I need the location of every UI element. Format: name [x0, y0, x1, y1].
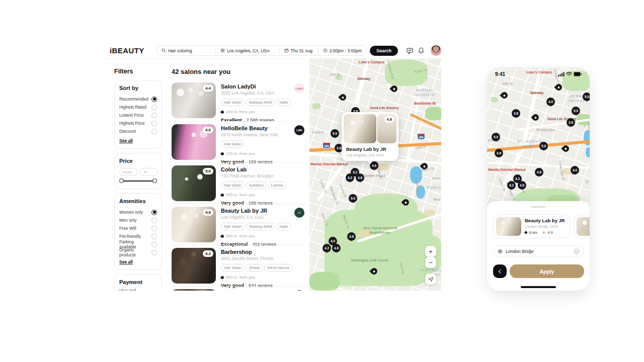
service-tag[interactable]: Lashes — [268, 182, 286, 189]
filter-option-highest-rated[interactable]: Highest Rated — [119, 103, 157, 111]
map-pin-rated[interactable]: 4.6 — [518, 181, 526, 190]
filter-option-recommended[interactable]: Recommended — [119, 95, 157, 103]
search-query-field[interactable]: Hair coloring — [157, 46, 215, 55]
see-all-link[interactable]: See all — [119, 138, 133, 143]
map-pin-rated[interactable]: 5.0 — [583, 93, 590, 101]
radio-selected[interactable] — [151, 97, 157, 102]
service-tag[interactable]: Makeup Artist — [246, 99, 275, 106]
service-tag[interactable]: Hair Salon — [221, 182, 245, 189]
salon-logo: JR — [294, 208, 304, 218]
service-tag[interactable]: Makeup Artist — [246, 223, 275, 230]
map-pin-rated[interactable]: 4.6 — [356, 173, 364, 182]
phone-salon-card[interactable]: Beauty Lab by JR London Bridje, USA 6 km… — [493, 214, 570, 238]
map-label: Burro — [432, 176, 440, 180]
date-field[interactable]: Thu 31 Aug — [280, 46, 318, 55]
service-tag[interactable]: Hair Salon — [221, 264, 245, 272]
search-button[interactable]: Search — [370, 46, 398, 56]
radio-unselected[interactable] — [151, 218, 157, 223]
filter-option-women-only[interactable]: Women only — [119, 208, 157, 216]
map-pin-rated[interactable]: 4.0 — [546, 98, 555, 106]
service-tag[interactable]: Nails — [276, 99, 291, 106]
salon-name: Barbershop — [221, 290, 292, 291]
service-tag[interactable]: Nails — [276, 223, 291, 230]
price-from-input[interactable] — [119, 168, 137, 176]
map-pin-rated[interactable]: 4.2 — [323, 244, 331, 252]
radio-unselected[interactable] — [151, 250, 157, 255]
filter-option-lowest-price[interactable]: Lowest Price — [119, 111, 157, 119]
salon-card[interactable]: Barbershop — [172, 286, 304, 291]
price-slider-handle-max[interactable] — [152, 178, 157, 183]
filter-option-discount[interactable]: Discount — [119, 127, 157, 135]
apply-button[interactable]: Apply — [510, 264, 584, 278]
salon-card[interactable]: 4.6HelloBelle Beauty2975 North Avenue, N… — [172, 121, 304, 162]
filters-title: Filters — [114, 68, 162, 75]
map-pin-rated[interactable]: 5.0 — [349, 194, 357, 203]
radio-unselected[interactable] — [151, 226, 157, 231]
clear-input-icon[interactable]: × — [574, 248, 580, 254]
filter-option-free-wifi[interactable]: Free Wifi — [119, 224, 157, 232]
zoom-out-button[interactable]: − — [425, 257, 436, 268]
map-pin-rated[interactable]: 5.0 — [331, 129, 339, 138]
map-pin-rated[interactable]: 3.8 — [567, 118, 575, 127]
map-popup-card[interactable]: 4.8 Beauty Lab by JR Los Angeles, CA, US… — [342, 112, 398, 161]
filter-option-visa-and-mastercard[interactable]: Visa and MasterCard — [119, 289, 157, 291]
map[interactable]: 280 280 Luke's Campus29th StSafewayProsp… — [309, 59, 441, 291]
salon-card[interactable]: 4.2Barbershop2001 Jacobs Street, Florida… — [172, 245, 304, 286]
map-pin-rated[interactable]: 5.0 — [492, 133, 500, 141]
map-pin-rated[interactable]: 4.2 — [507, 181, 516, 190]
price-slider-handle-min[interactable] — [119, 178, 124, 183]
home-indicator[interactable] — [521, 286, 556, 288]
map-pin-rated[interactable]: 4.0 — [571, 166, 579, 174]
phone-salon-card-next[interactable] — [574, 214, 590, 238]
filter-option-men-only[interactable]: Men only — [119, 216, 157, 224]
filter-option-highest-price[interactable]: Highest Price — [119, 119, 157, 127]
service-tag[interactable]: Hair Salon — [221, 223, 245, 230]
map-pin[interactable] — [338, 93, 347, 102]
back-button[interactable] — [493, 264, 507, 278]
map-pin-rated[interactable]: 3.8 — [495, 149, 503, 157]
service-tag[interactable]: Shave — [246, 264, 263, 272]
service-tag[interactable]: Epilation — [246, 182, 267, 189]
price-slider[interactable] — [121, 180, 155, 182]
service-tag[interactable]: Hair Salon — [221, 140, 245, 148]
radio-unselected[interactable] — [151, 113, 157, 118]
service-tag[interactable]: Mens haircut — [264, 264, 292, 272]
filter-option-label: Women only — [119, 210, 143, 215]
map-pin-rated[interactable]: 4.8 — [535, 168, 543, 176]
bell-icon[interactable] — [418, 47, 425, 54]
price-to-input[interactable] — [140, 168, 158, 176]
see-all-link[interactable]: See all — [119, 259, 133, 264]
radio-unselected[interactable] — [151, 105, 157, 110]
radio-unselected[interactable] — [151, 234, 157, 239]
sheet-drag-handle[interactable] — [531, 206, 545, 208]
locate-button[interactable] — [425, 274, 436, 285]
zoom-in-button[interactable]: + — [425, 246, 436, 257]
salon-card[interactable]: 4.4Salon LadyDi2055 Los Angeles, CA, USA… — [172, 80, 304, 121]
map-pin[interactable] — [531, 113, 540, 122]
rating-badge: 5.0 — [203, 168, 213, 174]
user-avatar[interactable] — [431, 45, 441, 56]
map-pin-rated[interactable]: 4.2 — [346, 173, 354, 182]
filter-option-organic-products[interactable]: Organic products — [119, 248, 157, 256]
radio-unselected[interactable] — [151, 129, 157, 134]
map-pin-rated[interactable]: 4.6 — [332, 244, 341, 252]
map-pin[interactable] — [500, 90, 509, 100]
radio-unselected[interactable] — [151, 242, 157, 247]
location-field[interactable]: Los Angeles, CA, USA — [216, 46, 279, 55]
service-tag[interactable]: Hair Salon — [221, 99, 245, 106]
salon-card[interactable]: 4.8Beauty Lab by JRLos Angeles, CA, USAH… — [172, 204, 304, 245]
chat-icon[interactable] — [406, 47, 414, 54]
radio-selected[interactable] — [151, 291, 157, 291]
time-field[interactable]: 2:00pm - 3:00pm — [318, 46, 366, 55]
map-pin-rated[interactable]: 3.8 — [512, 109, 520, 118]
map-pin-rated[interactable]: 3.8 — [347, 232, 356, 241]
radio-selected[interactable] — [151, 210, 157, 215]
map-pin-rated[interactable]: 5.0 — [572, 107, 580, 115]
map-pin-rated[interactable]: 5.0 — [539, 142, 548, 150]
phone-map[interactable]: Luke's Campus29th StSafewayProspect AveB… — [487, 68, 590, 208]
radio-unselected[interactable] — [151, 121, 157, 126]
salon-card[interactable]: 5.0Color Lab730 Pride Avenue, BrooklynHa… — [172, 162, 304, 204]
salon-photo: 4.4 — [172, 82, 216, 118]
map-pin[interactable] — [554, 82, 563, 92]
location-input[interactable]: London Bridje × — [493, 245, 584, 257]
